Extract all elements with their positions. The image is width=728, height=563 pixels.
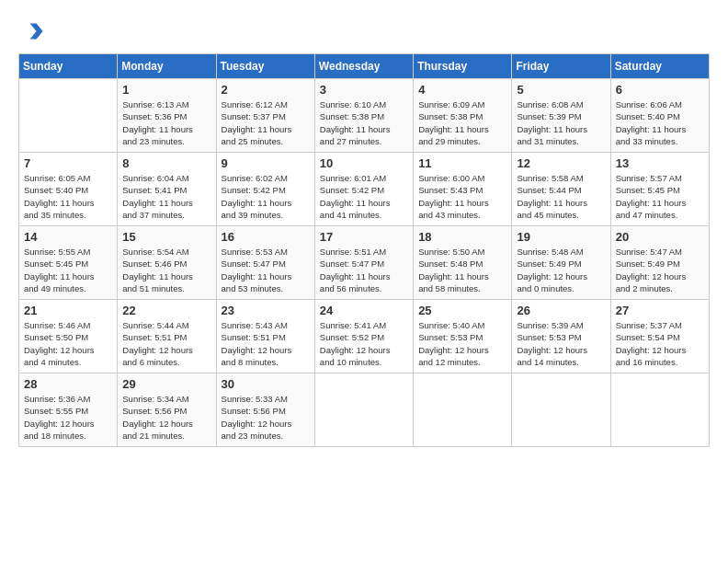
day-info: Sunrise: 5:47 AM Sunset: 5:49 PM Dayligh… — [616, 246, 704, 294]
day-number: 3 — [320, 83, 408, 97]
day-number: 5 — [517, 83, 605, 97]
day-info: Sunrise: 5:41 AM Sunset: 5:52 PM Dayligh… — [320, 319, 408, 368]
calendar-cell: 13Sunrise: 5:57 AM Sunset: 5:45 PM Dayli… — [610, 153, 709, 226]
col-header-sunday: Sunday — [19, 54, 118, 79]
calendar-cell: 16Sunrise: 5:53 AM Sunset: 5:47 PM Dayli… — [216, 226, 314, 300]
day-info: Sunrise: 5:44 AM Sunset: 5:51 PM Dayligh… — [122, 319, 210, 368]
day-number: 29 — [122, 377, 210, 391]
calendar-cell: 2Sunrise: 6:12 AM Sunset: 5:37 PM Daylig… — [216, 79, 314, 153]
day-info: Sunrise: 5:54 AM Sunset: 5:46 PM Dayligh… — [122, 246, 210, 294]
calendar-cell: 5Sunrise: 6:08 AM Sunset: 5:39 PM Daylig… — [512, 79, 610, 153]
day-number: 15 — [122, 230, 210, 244]
day-number: 21 — [24, 304, 112, 317]
col-header-monday: Monday — [118, 54, 216, 79]
calendar-cell — [19, 79, 118, 153]
calendar-cell: 21Sunrise: 5:46 AM Sunset: 5:50 PM Dayli… — [19, 300, 118, 373]
calendar-cell: 28Sunrise: 5:36 AM Sunset: 5:55 PM Dayli… — [19, 373, 118, 447]
day-info: Sunrise: 5:33 AM Sunset: 5:56 PM Dayligh… — [222, 393, 310, 442]
day-number: 10 — [320, 156, 408, 170]
day-info: Sunrise: 5:48 AM Sunset: 5:49 PM Dayligh… — [517, 246, 605, 294]
calendar-cell: 29Sunrise: 5:34 AM Sunset: 5:56 PM Dayli… — [118, 373, 216, 447]
calendar-cell: 10Sunrise: 6:01 AM Sunset: 5:42 PM Dayli… — [314, 153, 413, 226]
day-info: Sunrise: 5:51 AM Sunset: 5:47 PM Dayligh… — [320, 246, 408, 294]
day-number: 4 — [418, 83, 506, 97]
calendar-cell: 4Sunrise: 6:09 AM Sunset: 5:38 PM Daylig… — [414, 79, 512, 153]
logo — [18, 18, 48, 44]
day-number: 19 — [517, 230, 605, 244]
calendar-cell: 24Sunrise: 5:41 AM Sunset: 5:52 PM Dayli… — [314, 300, 413, 373]
col-header-friday: Friday — [512, 54, 610, 79]
day-number: 27 — [616, 304, 704, 317]
col-header-saturday: Saturday — [610, 54, 709, 79]
calendar-cell: 20Sunrise: 5:47 AM Sunset: 5:49 PM Dayli… — [610, 226, 709, 300]
day-info: Sunrise: 5:37 AM Sunset: 5:54 PM Dayligh… — [616, 319, 704, 368]
day-info: Sunrise: 5:55 AM Sunset: 5:45 PM Dayligh… — [24, 246, 112, 294]
col-header-wednesday: Wednesday — [314, 54, 413, 79]
day-number: 13 — [616, 156, 704, 170]
calendar-table: SundayMondayTuesdayWednesdayThursdayFrid… — [18, 53, 710, 447]
day-number: 11 — [418, 156, 506, 170]
week-row-1: 1Sunrise: 6:13 AM Sunset: 5:36 PM Daylig… — [19, 79, 710, 153]
day-info: Sunrise: 5:40 AM Sunset: 5:53 PM Dayligh… — [418, 319, 506, 368]
calendar-cell: 26Sunrise: 5:39 AM Sunset: 5:53 PM Dayli… — [512, 300, 610, 373]
day-info: Sunrise: 6:06 AM Sunset: 5:40 PM Dayligh… — [616, 98, 704, 147]
day-info: Sunrise: 5:53 AM Sunset: 5:47 PM Dayligh… — [222, 246, 310, 294]
day-number: 25 — [418, 304, 506, 317]
day-number: 1 — [122, 83, 210, 97]
calendar-cell: 23Sunrise: 5:43 AM Sunset: 5:51 PM Dayli… — [216, 300, 314, 373]
day-info: Sunrise: 6:01 AM Sunset: 5:42 PM Dayligh… — [320, 172, 408, 221]
calendar-cell: 9Sunrise: 6:02 AM Sunset: 5:42 PM Daylig… — [216, 153, 314, 226]
day-info: Sunrise: 6:12 AM Sunset: 5:37 PM Dayligh… — [222, 98, 310, 147]
calendar-cell: 6Sunrise: 6:06 AM Sunset: 5:40 PM Daylig… — [610, 79, 709, 153]
calendar-cell: 12Sunrise: 5:58 AM Sunset: 5:44 PM Dayli… — [512, 153, 610, 226]
calendar-cell — [512, 373, 610, 447]
day-number: 24 — [320, 304, 408, 317]
day-info: Sunrise: 5:36 AM Sunset: 5:55 PM Dayligh… — [24, 393, 112, 442]
calendar-cell: 8Sunrise: 6:04 AM Sunset: 5:41 PM Daylig… — [118, 153, 216, 226]
day-number: 6 — [616, 83, 704, 97]
calendar-cell: 15Sunrise: 5:54 AM Sunset: 5:46 PM Dayli… — [118, 226, 216, 300]
calendar-cell: 1Sunrise: 6:13 AM Sunset: 5:36 PM Daylig… — [118, 79, 216, 153]
calendar-cell: 17Sunrise: 5:51 AM Sunset: 5:47 PM Dayli… — [314, 226, 413, 300]
day-number: 12 — [517, 156, 605, 170]
day-number: 14 — [24, 230, 112, 244]
calendar-cell: 7Sunrise: 6:05 AM Sunset: 5:40 PM Daylig… — [19, 153, 118, 226]
day-number: 26 — [517, 304, 605, 317]
calendar-cell: 22Sunrise: 5:44 AM Sunset: 5:51 PM Dayli… — [118, 300, 216, 373]
day-info: Sunrise: 6:05 AM Sunset: 5:40 PM Dayligh… — [24, 172, 112, 221]
week-row-2: 7Sunrise: 6:05 AM Sunset: 5:40 PM Daylig… — [19, 153, 710, 226]
week-row-5: 28Sunrise: 5:36 AM Sunset: 5:55 PM Dayli… — [19, 373, 710, 447]
day-number: 2 — [222, 83, 310, 97]
day-number: 20 — [616, 230, 704, 244]
calendar-cell: 30Sunrise: 5:33 AM Sunset: 5:56 PM Dayli… — [216, 373, 314, 447]
col-header-tuesday: Tuesday — [216, 54, 314, 79]
day-info: Sunrise: 6:10 AM Sunset: 5:38 PM Dayligh… — [320, 98, 408, 147]
day-number: 28 — [24, 377, 112, 391]
day-info: Sunrise: 5:39 AM Sunset: 5:53 PM Dayligh… — [517, 319, 605, 368]
day-number: 7 — [24, 156, 112, 170]
day-info: Sunrise: 6:04 AM Sunset: 5:41 PM Dayligh… — [122, 172, 210, 221]
calendar-cell: 11Sunrise: 6:00 AM Sunset: 5:43 PM Dayli… — [414, 153, 512, 226]
week-row-4: 21Sunrise: 5:46 AM Sunset: 5:50 PM Dayli… — [19, 300, 710, 373]
calendar-cell: 25Sunrise: 5:40 AM Sunset: 5:53 PM Dayli… — [414, 300, 512, 373]
day-info: Sunrise: 5:46 AM Sunset: 5:50 PM Dayligh… — [24, 319, 112, 368]
day-number: 16 — [222, 230, 310, 244]
day-number: 23 — [222, 304, 310, 317]
calendar-cell: 3Sunrise: 6:10 AM Sunset: 5:38 PM Daylig… — [314, 79, 413, 153]
calendar-cell — [314, 373, 413, 447]
day-info: Sunrise: 6:00 AM Sunset: 5:43 PM Dayligh… — [418, 172, 506, 221]
day-number: 17 — [320, 230, 408, 244]
logo-icon — [18, 18, 44, 44]
page-header — [18, 18, 710, 44]
day-info: Sunrise: 5:57 AM Sunset: 5:45 PM Dayligh… — [616, 172, 704, 221]
calendar-cell: 27Sunrise: 5:37 AM Sunset: 5:54 PM Dayli… — [610, 300, 709, 373]
day-info: Sunrise: 5:50 AM Sunset: 5:48 PM Dayligh… — [418, 246, 506, 294]
day-info: Sunrise: 6:08 AM Sunset: 5:39 PM Dayligh… — [517, 98, 605, 147]
day-info: Sunrise: 5:43 AM Sunset: 5:51 PM Dayligh… — [222, 319, 310, 368]
col-header-thursday: Thursday — [414, 54, 512, 79]
day-info: Sunrise: 5:58 AM Sunset: 5:44 PM Dayligh… — [517, 172, 605, 221]
calendar-cell: 18Sunrise: 5:50 AM Sunset: 5:48 PM Dayli… — [414, 226, 512, 300]
week-row-3: 14Sunrise: 5:55 AM Sunset: 5:45 PM Dayli… — [19, 226, 710, 300]
calendar-cell — [610, 373, 709, 447]
day-info: Sunrise: 6:02 AM Sunset: 5:42 PM Dayligh… — [222, 172, 310, 221]
